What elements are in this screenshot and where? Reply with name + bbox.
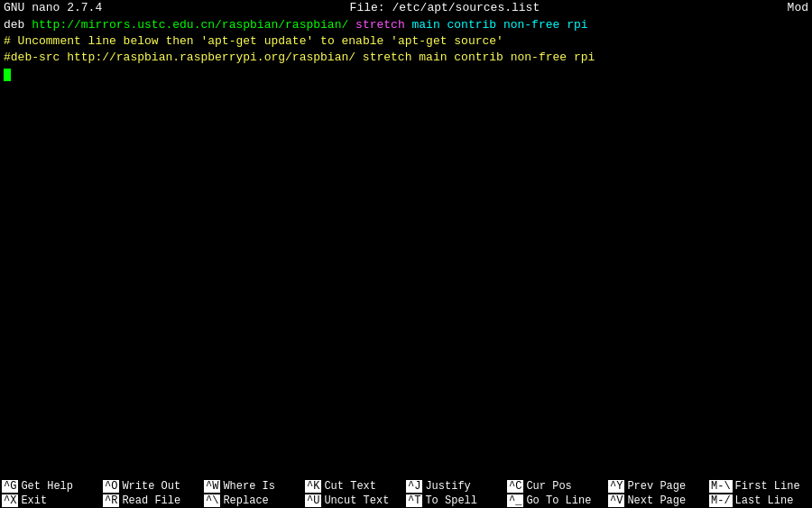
shortcut-key-to-spell: ^T <box>406 494 422 507</box>
title-center: File: /etc/apt/sources.list <box>350 1 540 14</box>
shortcut-label-get-help: Get Help <box>21 480 73 493</box>
shortcut-uncut-text[interactable]: ^UUncut Text <box>303 494 404 508</box>
shortcut-key-get-help: ^G <box>2 480 18 493</box>
bottom-bar: ^GGet Help^OWrite Out^WWhere Is^KCut Tex… <box>0 479 812 508</box>
shortcut-justify[interactable]: ^JJustify <box>404 479 505 494</box>
shortcut-label-go-to-line: Go To Line <box>526 494 591 507</box>
title-left: GNU nano 2.7.4 <box>4 1 102 14</box>
shortcut-label-read-file: Read File <box>122 494 180 507</box>
shortcut-first-line[interactable]: M-\First Line <box>707 479 808 494</box>
shortcut-to-spell[interactable]: ^TTo Spell <box>404 494 505 508</box>
shortcut-key-prev-page: ^Y <box>608 480 624 493</box>
title-right: Mod <box>788 1 808 14</box>
shortcut-key-uncut-text: ^U <box>305 494 321 507</box>
shortcut-write-out[interactable]: ^OWrite Out <box>101 479 202 494</box>
shortcut-read-file[interactable]: ^RRead File <box>101 494 202 508</box>
shortcut-key-go-to-line: ^_ <box>507 494 523 507</box>
cursor-line <box>4 67 808 83</box>
shortcut-key-read-file: ^R <box>103 494 119 507</box>
shortcut-key-exit: ^X <box>2 494 18 507</box>
shortcut-cur-pos[interactable]: ^CCur Pos <box>505 479 606 494</box>
shortcut-label-replace: Replace <box>223 494 268 507</box>
editor-line-1: deb http://mirrors.ustc.edu.cn/raspbian/… <box>4 17 808 33</box>
shortcut-label-last-line: Last Line <box>735 494 794 507</box>
shortcut-key-first-line: M-\ <box>709 480 733 493</box>
shortcut-label-next-page: Next Page <box>627 494 686 507</box>
shortcut-key-cur-pos: ^C <box>507 480 523 493</box>
shortcut-next-page[interactable]: ^VNext Page <box>606 494 707 508</box>
shortcut-key-where-is: ^W <box>204 480 220 493</box>
shortcut-exit[interactable]: ^XExit <box>0 494 101 508</box>
shortcut-key-write-out: ^O <box>103 480 119 493</box>
title-bar: GNU nano 2.7.4 File: /etc/apt/sources.li… <box>0 0 812 15</box>
shortcut-cut-text[interactable]: ^KCut Text <box>303 479 404 494</box>
shortcut-prev-page[interactable]: ^YPrev Page <box>606 479 707 494</box>
editor-line-3: #deb-src http://raspbian.raspberrypi.org… <box>4 50 808 66</box>
shortcut-label-justify: Justify <box>425 480 470 493</box>
shortcut-key-justify: ^J <box>406 480 422 493</box>
shortcut-label-exit: Exit <box>21 494 47 507</box>
shortcut-key-cut-text: ^K <box>305 480 321 493</box>
editor-line-2: # Uncomment line below then 'apt-get upd… <box>4 33 808 50</box>
shortcut-where-is[interactable]: ^WWhere Is <box>202 479 303 494</box>
shortcut-label-to-spell: To Spell <box>425 494 477 507</box>
shortcut-replace[interactable]: ^\Replace <box>202 494 303 508</box>
shortcut-label-first-line: First Line <box>735 480 800 493</box>
shortcut-label-where-is: Where Is <box>223 480 275 493</box>
editor-area[interactable]: deb http://mirrors.ustc.edu.cn/raspbian/… <box>0 15 812 479</box>
shortcut-label-cur-pos: Cur Pos <box>526 480 571 493</box>
shortcut-label-prev-page: Prev Page <box>627 480 686 493</box>
shortcut-key-next-page: ^V <box>608 494 624 507</box>
shortcut-key-last-line: M-/ <box>709 494 733 507</box>
shortcut-go-to-line[interactable]: ^_Go To Line <box>505 494 606 508</box>
text-cursor <box>4 69 11 81</box>
shortcut-last-line[interactable]: M-/Last Line <box>707 494 808 508</box>
shortcut-label-write-out: Write Out <box>122 480 180 493</box>
shortcut-label-uncut-text: Uncut Text <box>324 494 389 507</box>
shortcut-get-help[interactable]: ^GGet Help <box>0 479 101 494</box>
shortcut-label-cut-text: Cut Text <box>324 480 376 493</box>
shortcut-key-replace: ^\ <box>204 494 220 507</box>
